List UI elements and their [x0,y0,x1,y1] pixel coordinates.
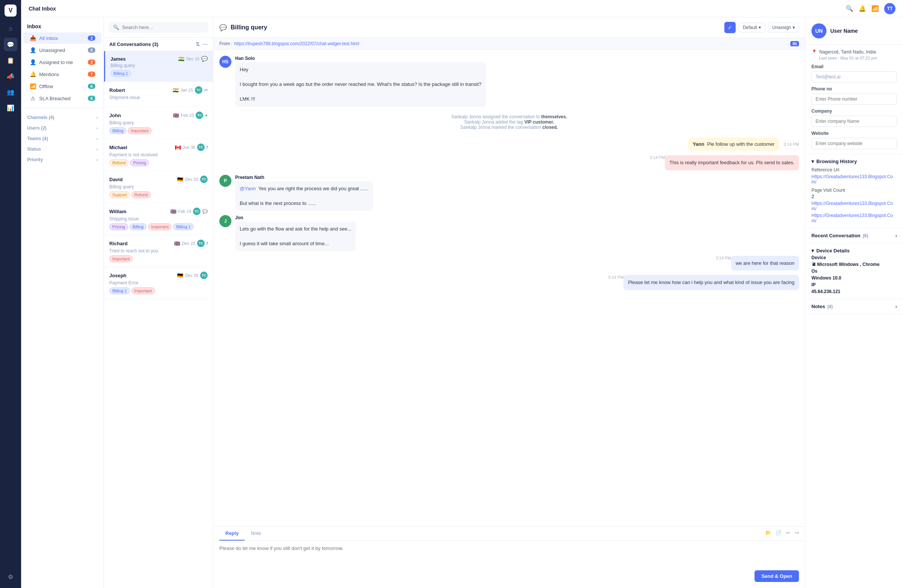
tab-note[interactable]: Note [245,527,267,541]
conv-item-michael[interactable]: Michael 🇨🇦 Jun 30 TC f Payment is not re… [104,139,213,171]
mentions-icon: 🔔 [29,71,36,77]
os-label: Os [812,268,897,274]
sidebar-item-mentions[interactable]: 🔔 Mentions 7 [24,69,101,80]
msg-sender-jon: Jon [235,215,799,220]
chat-header: 💬 Billing query ✓ Default ▾ Unassign ▾ [213,17,805,38]
send-button[interactable]: Send & Open [755,570,799,582]
nav-home[interactable]: ⌂ [4,22,17,35]
compose-redo-icon[interactable]: ↪ [795,530,799,536]
browsing-history-header[interactable]: ▾ Browsing History [812,158,897,164]
message-letme: 3:14 PM Please let me know how can i hel… [219,275,799,290]
conv-name-david: David [109,177,123,182]
sidebar-item-sla-breached[interactable]: ⚠ SLA Breached 6 [24,93,101,104]
users-chevron: › [96,126,98,130]
from-badge: IN [790,41,799,46]
os-value: Windows 10.0 [812,275,897,281]
email-field[interactable] [812,71,897,83]
sidebar-section-teams[interactable]: Teams (4) › [21,132,104,143]
sidebar-item-offline[interactable]: 📶 Offline 6 [24,81,101,92]
nav-settings[interactable]: ⚙ [4,570,17,583]
message-jon: J Jon Lets go with the flow and ask for … [219,215,799,251]
search-box-icon: 🔍 [113,25,119,30]
nav-users[interactable]: 👥 [4,85,17,99]
compose-textarea[interactable] [219,546,799,566]
conv-name-michael: Michael [109,145,127,150]
nav-inbox[interactable]: 💬 [4,38,17,51]
nav-rail: V ⌂ 💬 📋 📣 👥 📊 ⚙ [0,0,21,588]
sidebar-section-status[interactable]: Status › [21,143,104,153]
compose-file-icon[interactable]: 📄 [776,530,782,536]
nav-reports[interactable]: 📊 [4,101,17,114]
conv-list-title: All Conversations (3) [109,41,158,47]
recent-conversation-section: Recent Conversation (6) › [805,228,903,243]
wa-icon-john: ● [205,113,208,118]
conv-item-joseph[interactable]: Joseph 🇩🇪 Dec 26 TC Payment Error Billin… [104,267,213,299]
conv-item-james[interactable]: James 🇮🇳 Dec 15 💬 Billing query Billing … [104,51,213,82]
sidebar-section-priority[interactable]: Priority › [21,153,104,164]
msg-bubble-preetam: @Yann Yes you are right the process we d… [235,181,373,211]
notes-chevron: › [895,304,897,309]
bell-icon[interactable]: 🔔 [859,5,866,12]
nav-contacts[interactable]: 📋 [4,53,17,67]
website-field[interactable] [812,138,897,149]
contact-avatar: UN [812,24,826,38]
sidebar-item-assigned-to-me[interactable]: 👤 Assigned to me 3 [24,56,101,68]
notes-header[interactable]: Notes (4) › [812,304,897,309]
compose-tabs: Reply Note 📁 📄 ↩ ↪ [213,527,805,541]
avatar-tc-joseph: TC [200,271,208,279]
search-input[interactable] [122,25,204,30]
conv-preview-william: Shipping issue [109,216,208,221]
ip-value-text: 45.64.236.121 [812,289,840,294]
unassign-dropdown[interactable]: Unassign ▾ [768,23,799,32]
sort-icon[interactable]: ⇅ [196,41,200,47]
ref-url-value[interactable]: Https://Greatadventures133.Blogspot.Com/ [812,174,897,185]
msg-bubble-feedback: This is really important feedback for us… [665,155,799,170]
recent-conversation-header[interactable]: Recent Conversation (6) › [812,233,897,238]
os-value-text: Windows 10.0 [812,275,841,281]
sidebar-section-channels[interactable]: Channels (4) › [21,111,104,122]
avatar-tc-richard: TC [197,240,205,247]
compose-undo-icon[interactable]: ↩ [786,530,790,536]
from-url[interactable]: https://trupesh789.blogspot.com/2022/07/… [234,41,360,46]
browse-url-2[interactable]: Https://Greatadventures133.Blogspot.Com/ [812,213,897,223]
conv-item-robert[interactable]: Robert 🇮🇳 Jan 15 TC ✉ Shipment issue [104,82,213,107]
conv-tags-joseph: Billing 1 Important [109,287,208,294]
status-chevron: › [96,147,98,151]
search-area: 🔍 [104,17,213,38]
badge-mentions: 7 [88,72,95,77]
website-field-label: Website [812,131,897,136]
avatar-preetam: P [219,175,231,187]
tag-billing-william: Billing [130,223,146,230]
device-details-header[interactable]: ▾ Device Details [812,248,897,254]
signal-icon[interactable]: 📶 [872,5,879,12]
chat-icon-william: 💬 [202,209,208,214]
conv-date-john: Feb 23 [181,113,194,118]
search-icon[interactable]: 🔍 [846,5,853,12]
avatar-tc-michael: TC [197,144,205,151]
notes-section: Notes (4) › [805,299,903,314]
more-icon[interactable]: ⋯ [203,41,208,47]
sidebar-item-unassigned[interactable]: 👤 Unassigned 0 [24,44,101,56]
visit-count-value: 2 [812,194,897,199]
browse-url-1[interactable]: Https://Greatadventures133.Blogspot.Com/ [812,201,897,211]
user-avatar[interactable]: TT [884,3,895,14]
msg-bubble-yann: Yann Ple follow up with the customer [688,138,779,151]
default-dropdown[interactable]: Default ▾ [739,23,765,32]
search-box[interactable]: 🔍 [109,22,208,33]
nav-campaigns[interactable]: 📣 [4,69,17,83]
resolve-button[interactable]: ✓ [724,22,736,33]
compose-attach-icon[interactable]: 📁 [765,530,771,536]
conv-item-william[interactable]: William 🇬🇧 Fab 14 TC 💬 Shipping issue Pr… [104,203,213,235]
company-field[interactable] [812,116,897,127]
conv-item-john[interactable]: John 🇬🇧 Feb 23 TC ● Billing query Billin… [104,107,213,139]
phone-field[interactable] [812,93,897,105]
tab-reply[interactable]: Reply [219,527,245,541]
conv-date-william: Fab 14 [178,209,191,213]
sidebar-section-users[interactable]: Users (2) › [21,122,104,132]
msg-bubble-jon: Lets go with the flow and ask for the he… [235,221,356,251]
conv-list-actions: ⇅ ⋯ [196,41,208,47]
conv-item-david[interactable]: David 🇩🇪 Dec 02 TC Billing query Support… [104,171,213,203]
conv-item-richard[interactable]: Richard 🇬🇧 Dec 22 TC f Tried to reach ou… [104,235,213,267]
sidebar-item-all-inbox[interactable]: 📥 All Inbox 2 [24,32,101,44]
default-label: Default [743,25,757,30]
